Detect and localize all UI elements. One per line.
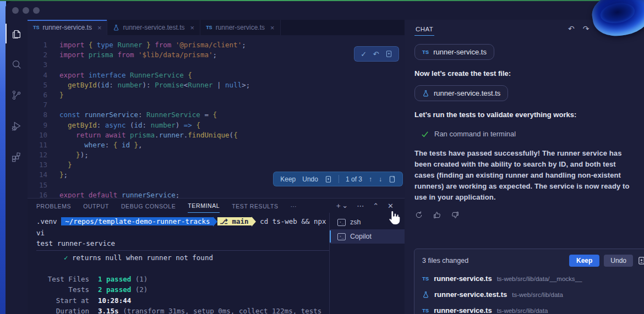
undo-icon[interactable]: ↶ bbox=[568, 24, 575, 33]
keep-button[interactable]: Keep bbox=[569, 255, 599, 267]
retry-icon[interactable] bbox=[414, 211, 423, 219]
title-bar bbox=[6, 1, 644, 20]
code-line[interactable]: 3 bbox=[28, 60, 405, 70]
edit-counter: 1 of 3 bbox=[346, 175, 362, 183]
undo-button[interactable]: Undo bbox=[604, 255, 633, 267]
extensions-icon[interactable] bbox=[6, 148, 28, 166]
file-chip-runner-service-test[interactable]: runner-service.test.ts bbox=[414, 85, 508, 101]
search-icon[interactable] bbox=[6, 56, 28, 73]
changed-file-row[interactable]: TS runner-service.ts ts-web/src/lib/data bbox=[422, 306, 644, 314]
tab-runner-service-ts-2[interactable]: TS runner-service.ts × bbox=[200, 20, 280, 35]
code-line[interactable]: 2import prisma from '$lib/data/prisma'; bbox=[28, 50, 405, 60]
new-terminal-icon[interactable]: ＋⌄ bbox=[335, 201, 348, 211]
chat-response-paragraph: The tests have passed successfully! The … bbox=[414, 148, 637, 203]
next-edit-icon[interactable]: ↓ bbox=[379, 175, 382, 183]
panel-more-actions-icon[interactable]: ⋯ bbox=[357, 202, 364, 210]
panel-tab-bar: PROBLEMS OUTPUT DEBUG CONSOLE TERMINAL T… bbox=[28, 199, 405, 213]
panel-tab-output[interactable]: OUTPUT bbox=[83, 199, 109, 213]
terminal-divider bbox=[36, 250, 329, 251]
thumbs-up-icon[interactable] bbox=[433, 211, 441, 219]
code-line[interactable]: 12 }); bbox=[28, 150, 405, 160]
open-changes-icon[interactable] bbox=[389, 175, 396, 183]
terminal-icon: ›_ bbox=[337, 233, 346, 240]
panel-tab-test-results[interactable]: TEST RESULTS bbox=[232, 199, 278, 213]
diff-file-icon[interactable] bbox=[325, 175, 332, 183]
check-icon bbox=[421, 131, 429, 137]
code-editor[interactable]: 1import { type Runner } from '@prisma/cl… bbox=[28, 35, 405, 198]
chat-message-line: Now let’s create the test file: bbox=[414, 69, 637, 78]
chat-panel: CHAT ↶ ↷ ＋ 🕔 ⋯ TS runner-service.ts Now … bbox=[405, 20, 644, 314]
summary-label: Duration bbox=[36, 306, 89, 314]
tab-close-icon[interactable]: × bbox=[190, 24, 195, 32]
code-line[interactable]: 16export default runnerService; bbox=[28, 190, 405, 198]
discard-undo-icon[interactable]: ↶ bbox=[373, 50, 379, 58]
maximize-panel-icon[interactable]: ⌃ bbox=[373, 202, 379, 210]
changed-file-row[interactable]: runner-service.test.ts ts-web/src/lib/da… bbox=[422, 290, 644, 299]
code-line[interactable]: 11 where: { id }, bbox=[28, 140, 405, 150]
tab-chat[interactable]: CHAT bbox=[414, 22, 434, 36]
open-diff-icon[interactable] bbox=[385, 50, 392, 58]
ran-command-line[interactable]: Ran command in terminal bbox=[421, 130, 637, 138]
traffic-light-zoom[interactable] bbox=[33, 7, 40, 14]
tab-runner-service-test-ts[interactable]: runner-service.test.ts × bbox=[107, 20, 200, 35]
redo-icon[interactable]: ↷ bbox=[583, 24, 590, 33]
ts-file-icon: TS bbox=[206, 25, 212, 30]
summary-value: 3.15s (transform 31ms, setup 0ms, collec… bbox=[98, 306, 329, 314]
terminal-icon: ›_ bbox=[337, 219, 346, 226]
ts-file-icon: TS bbox=[422, 307, 429, 313]
close-panel-icon[interactable]: ✕ bbox=[388, 202, 394, 210]
file-chip-runner-service[interactable]: TS runner-service.ts bbox=[414, 44, 494, 60]
panel-tab-debug-console[interactable]: DEBUG CONSOLE bbox=[121, 199, 176, 213]
activity-bar bbox=[6, 20, 28, 314]
traffic-light-close[interactable] bbox=[12, 7, 19, 14]
explorer-icon[interactable] bbox=[6, 25, 28, 42]
ts-file-icon: TS bbox=[422, 276, 429, 282]
accept-check-icon[interactable]: ✓ bbox=[361, 50, 367, 58]
code-line[interactable]: 4export interface RunnerService { bbox=[28, 70, 405, 80]
thumbs-down-icon[interactable] bbox=[451, 211, 460, 219]
code-line[interactable]: 5 getById(id: number): Promise<Runner | … bbox=[28, 80, 405, 90]
summary-value: 1 passed (1) bbox=[98, 274, 329, 285]
tab-label: runner-service.ts bbox=[43, 24, 92, 31]
view-all-edits-icon[interactable] bbox=[637, 256, 644, 265]
panel-tab-problems[interactable]: PROBLEMS bbox=[36, 199, 71, 213]
changed-files-card: 3 files changed Keep Undo TS runner-serv… bbox=[414, 249, 644, 314]
code-line[interactable]: 7 bbox=[28, 100, 405, 110]
summary-label: Tests bbox=[36, 284, 89, 295]
tab-close-icon[interactable]: × bbox=[97, 24, 102, 32]
code-line[interactable]: 9 getById: async (id: number) => { bbox=[28, 120, 405, 130]
edit-navigation-widget: Keep Undo 1 of 3 ↑ ↓ bbox=[273, 172, 403, 186]
undo-edit-button[interactable]: Undo bbox=[302, 175, 318, 183]
feedback-bar bbox=[414, 211, 637, 219]
terminal-command-wrap: test runner-service bbox=[36, 238, 329, 249]
run-debug-icon[interactable] bbox=[6, 117, 28, 135]
code-line[interactable]: 6} bbox=[28, 90, 405, 100]
terminal-prompt-line: .venv ~/repos/template-demo-runner-track… bbox=[36, 216, 329, 238]
terminal-output[interactable]: .venv ~/repos/template-demo-runner-track… bbox=[28, 213, 329, 314]
panel-tab-more[interactable]: ⋯ bbox=[291, 199, 297, 213]
mouse-cursor bbox=[387, 210, 401, 228]
panel-tab-terminal[interactable]: TERMINAL bbox=[188, 199, 220, 213]
flask-icon bbox=[422, 90, 429, 97]
code-line[interactable]: 13 } bbox=[28, 160, 405, 170]
tab-label: runner-service.test.ts bbox=[123, 24, 184, 31]
code-line[interactable]: 1import { type Runner } from '@prisma/cl… bbox=[28, 40, 405, 50]
traffic-light-minimize[interactable] bbox=[23, 7, 29, 14]
summary-value: 10:28:44 bbox=[98, 295, 329, 306]
summary-label: Test Files bbox=[36, 274, 89, 285]
ts-file-icon: TS bbox=[33, 25, 40, 30]
tab-close-icon[interactable]: × bbox=[270, 24, 275, 32]
source-control-icon[interactable] bbox=[6, 86, 28, 104]
terminal-item-copilot[interactable]: ›_ Copilot bbox=[330, 229, 405, 244]
changed-file-row[interactable]: TS runner-service.ts ts-web/src/lib/data… bbox=[422, 274, 644, 283]
previous-edit-icon[interactable]: ↑ bbox=[369, 175, 372, 183]
tab-runner-service-ts[interactable]: TS runner-service.ts × bbox=[28, 20, 107, 35]
divider bbox=[339, 175, 339, 183]
code-line[interactable]: 8const runnerService: RunnerService = { bbox=[28, 110, 405, 120]
code-line[interactable]: 10 return await prisma.runner.findUnique… bbox=[28, 130, 405, 140]
flask-icon bbox=[422, 291, 429, 299]
test-pass-line: ✓ returns null when runner not found bbox=[36, 252, 329, 263]
venv-label: .venv bbox=[36, 217, 57, 225]
summary-label: Start at bbox=[36, 295, 89, 306]
keep-edit-button[interactable]: Keep bbox=[280, 175, 296, 183]
